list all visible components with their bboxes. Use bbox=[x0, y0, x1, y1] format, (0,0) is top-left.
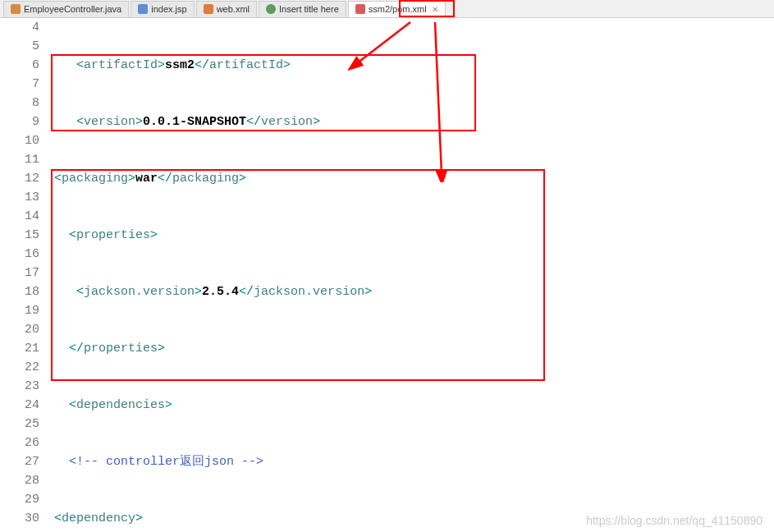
line-number: 29 bbox=[11, 490, 39, 509]
line-number: 9 bbox=[11, 112, 39, 131]
editor-area: 4 5 6 7 8 9 10 11 12 13 14 15 16 17 18 1… bbox=[0, 18, 774, 532]
java-file-icon bbox=[11, 4, 21, 14]
line-number: 13 bbox=[11, 188, 39, 207]
tab-insert-title[interactable]: Insert title here bbox=[259, 1, 346, 17]
line-number: 20 bbox=[11, 320, 39, 339]
line-number: 16 bbox=[11, 245, 39, 264]
line-number: 7 bbox=[11, 75, 39, 94]
line-number: 18 bbox=[11, 282, 39, 301]
line-number: 15 bbox=[11, 226, 39, 245]
line-number: 23 bbox=[11, 377, 39, 396]
tab-web-xml[interactable]: web.xml bbox=[196, 1, 257, 17]
line-number: 14 bbox=[11, 207, 39, 226]
fold-ruler[interactable] bbox=[0, 18, 11, 532]
tab-label: index.jsp bbox=[151, 4, 186, 14]
line-number: 5 bbox=[11, 37, 39, 56]
code-editor[interactable]: <artifactId>ssm2</artifactId> <version>0… bbox=[48, 18, 774, 532]
line-number: 11 bbox=[11, 150, 39, 169]
watermark: https://blog.csdn.net/qq_41150890 bbox=[586, 514, 763, 527]
line-number: 17 bbox=[11, 264, 39, 282]
xml-file-icon bbox=[204, 4, 213, 14]
line-number: 4 bbox=[11, 18, 39, 37]
tab-employee-controller[interactable]: EmployeeController.java bbox=[3, 1, 129, 17]
jsp-file-icon bbox=[138, 4, 148, 14]
web-page-icon bbox=[266, 4, 276, 14]
close-icon[interactable]: ✕ bbox=[432, 5, 438, 14]
tab-index-jsp[interactable]: index.jsp bbox=[131, 1, 194, 17]
line-number: 19 bbox=[11, 301, 39, 320]
tab-bar: EmployeeController.java index.jsp web.xm… bbox=[0, 0, 774, 18]
tab-pom-xml[interactable]: ssm2/pom.xml ✕ bbox=[348, 1, 446, 17]
line-gutter: 4 5 6 7 8 9 10 11 12 13 14 15 16 17 18 1… bbox=[11, 18, 48, 532]
tab-label: web.xml bbox=[217, 4, 250, 14]
line-number: 27 bbox=[11, 452, 39, 471]
line-number: 26 bbox=[11, 433, 39, 452]
line-number: 22 bbox=[11, 358, 39, 377]
maven-file-icon bbox=[355, 4, 365, 14]
line-number: 10 bbox=[11, 131, 39, 150]
tab-label: ssm2/pom.xml bbox=[369, 4, 427, 14]
line-number: 6 bbox=[11, 56, 39, 75]
line-number: 8 bbox=[11, 94, 39, 112]
tab-label: EmployeeController.java bbox=[24, 4, 121, 14]
line-number: 30 bbox=[11, 509, 39, 528]
line-number: 25 bbox=[11, 415, 39, 433]
tab-label: Insert title here bbox=[279, 4, 339, 14]
line-number: 21 bbox=[11, 339, 39, 358]
line-number: 24 bbox=[11, 396, 39, 415]
line-number: 12 bbox=[11, 169, 39, 188]
line-number: 28 bbox=[11, 471, 39, 490]
